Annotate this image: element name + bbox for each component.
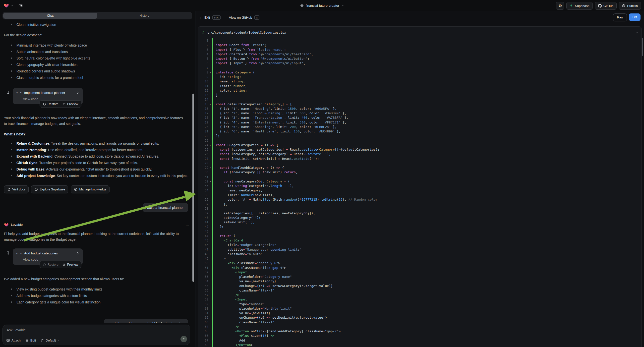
fold-chevron-icon — [208, 297, 212, 302]
fold-chevron-icon — [208, 125, 212, 129]
preview-button[interactable]: Preview — [62, 102, 78, 106]
raw-button[interactable]: Raw — [613, 14, 627, 22]
chevron-right-icon[interactable] — [76, 252, 80, 255]
line-number: 13 — [198, 93, 208, 97]
send-button[interactable] — [180, 336, 187, 342]
fold-chevron-icon — [208, 293, 212, 297]
code-line: 49 > — [198, 256, 642, 261]
line-number: 18 — [198, 116, 208, 120]
settings-button[interactable]: ⚙ — [556, 2, 564, 10]
action-button-explore-supabase[interactable]: Explore Supabase — [31, 186, 68, 194]
restore-button[interactable]: Restore — [43, 102, 58, 106]
panel-toggle-icon[interactable] — [18, 3, 23, 8]
collapse-chevron-up-icon[interactable] — [635, 31, 638, 34]
project-switcher[interactable]: financial-future-creator — [300, 4, 344, 8]
tab-chat[interactable]: Chat — [3, 13, 97, 19]
fold-chevron-icon — [208, 97, 212, 102]
fold-chevron-icon — [208, 134, 212, 138]
code-text — [213, 175, 216, 179]
code-text: > — [213, 256, 226, 261]
chat-scrollbar-thumb[interactable] — [192, 94, 194, 282]
fold-chevron-icon — [208, 238, 212, 243]
line-number: 3 — [198, 48, 208, 52]
code-line: 24▾const BudgetCategories = () => { — [198, 143, 642, 147]
code-line: 6import { Input } from '@/components/ui/… — [198, 61, 642, 66]
bookmark-icon[interactable] — [6, 251, 10, 255]
chat-bullet-item: Rounded corners and subtle shadows — [4, 68, 190, 74]
line-number: 49 — [198, 256, 208, 261]
supabase-button[interactable]: Supabase — [566, 2, 593, 10]
code-text — [213, 138, 216, 143]
line-number: 44 — [198, 234, 208, 238]
diff-button[interactable]: Diff — [629, 14, 640, 21]
fold-chevron-icon — [208, 311, 212, 316]
model-selector[interactable]: Default — [40, 338, 60, 342]
fold-chevron-icon — [208, 229, 212, 234]
fold-chevron-icon — [208, 161, 212, 166]
code-line: 59 type="number" — [198, 302, 642, 306]
code-line: 57 /> — [198, 293, 642, 297]
fold-chevron-icon — [208, 56, 212, 61]
line-number: 65 — [198, 329, 208, 334]
code-line: 63 className="flex-1" — [198, 320, 642, 324]
fold-chevron-icon[interactable]: ▾ — [208, 102, 212, 106]
exit-label: Exit — [204, 16, 210, 20]
chat-bullet-item: Add new budget categories with custom li… — [4, 292, 190, 299]
view-on-github-button[interactable]: View on GitHub G — [229, 16, 260, 20]
chevron-right-icon[interactable] — [76, 91, 80, 94]
edit-mode-button[interactable]: Edit — [25, 338, 36, 342]
image-attach-icon — [6, 338, 10, 342]
fold-chevron-icon[interactable]: ▾ — [208, 179, 212, 184]
line-number: 15 — [198, 102, 208, 106]
file-header-row[interactable]: src/components/budget/BudgetCategories.t… — [198, 27, 642, 38]
raw-label: Raw — [617, 16, 623, 19]
code-line: 55 onChange={(e) => setNewCategory(e.tar… — [198, 284, 642, 288]
attach-button[interactable]: Attach — [6, 338, 21, 342]
code-text: className="flex-1" — [213, 320, 274, 324]
code-line: 39 setCategories([...categories, newCate… — [198, 211, 642, 216]
tab-history[interactable]: History — [97, 13, 192, 19]
line-number: 53 — [198, 274, 208, 279]
version-card-header: < >Implement financial planner — [16, 91, 80, 94]
action-button-manage-knowledge[interactable]: Manage knowledge — [71, 186, 109, 194]
bookmark-icon[interactable] — [6, 90, 10, 94]
chat-scroll-area[interactable]: Clean, intuitive navigationFor the desig… — [0, 20, 195, 323]
message-menu-button[interactable]: … — [186, 223, 190, 227]
fold-chevron-icon — [208, 248, 212, 252]
bullet-dot-icon — [11, 149, 12, 150]
code-line: 14 — [198, 97, 642, 102]
version-card[interactable]: < >Implement financial plannerView codeR… — [13, 88, 83, 104]
code-scrollbar-thumb[interactable] — [642, 38, 643, 56]
code-text: { id: '2', name: 'Food & Dining', limit:… — [213, 111, 346, 116]
line-number: 42 — [198, 224, 208, 229]
chat-paragraph: For the design aesthetic: — [4, 32, 186, 38]
restore-label: Restore — [48, 263, 58, 266]
line-number: 27 — [198, 156, 208, 161]
fold-chevron-icon — [208, 156, 212, 161]
line-number: 57 — [198, 293, 208, 297]
fold-chevron-icon[interactable]: ▾ — [208, 166, 212, 170]
lovable-logo-icon[interactable] — [4, 3, 9, 8]
arrow-up-icon — [182, 338, 186, 341]
line-number: 62 — [198, 316, 208, 320]
user-message-row: build a financial planner — [4, 203, 188, 212]
publish-button[interactable]: Publish — [618, 2, 641, 10]
fold-chevron-icon[interactable]: ▾ — [208, 143, 212, 147]
line-number: 66 — [198, 334, 208, 338]
chat-input[interactable] — [6, 328, 188, 332]
fold-chevron-icon[interactable]: ▾ — [208, 70, 212, 75]
bullet-text: Rounded corners and subtle shadows — [16, 69, 75, 73]
action-button-visit-docs[interactable]: Visit docs — [4, 186, 29, 194]
chat-heading: What's next? — [4, 132, 190, 136]
line-number: 35 — [198, 193, 208, 198]
target-icon — [25, 338, 29, 342]
github-button[interactable]: GitHub — [595, 2, 616, 10]
restore-button[interactable]: Restore — [43, 263, 58, 266]
version-card[interactable]: < >Add budget categoriesView codeRestore… — [13, 248, 83, 265]
exit-button[interactable]: Exit ESC — [199, 16, 220, 20]
preview-button[interactable]: Preview — [62, 263, 78, 266]
logo-chevron-down-icon[interactable] — [11, 4, 14, 7]
fold-chevron-icon — [208, 116, 212, 120]
code-line: 64 /> — [198, 324, 642, 329]
code-line: 27 const [newLimit, setNewLimit] = React… — [198, 156, 642, 161]
